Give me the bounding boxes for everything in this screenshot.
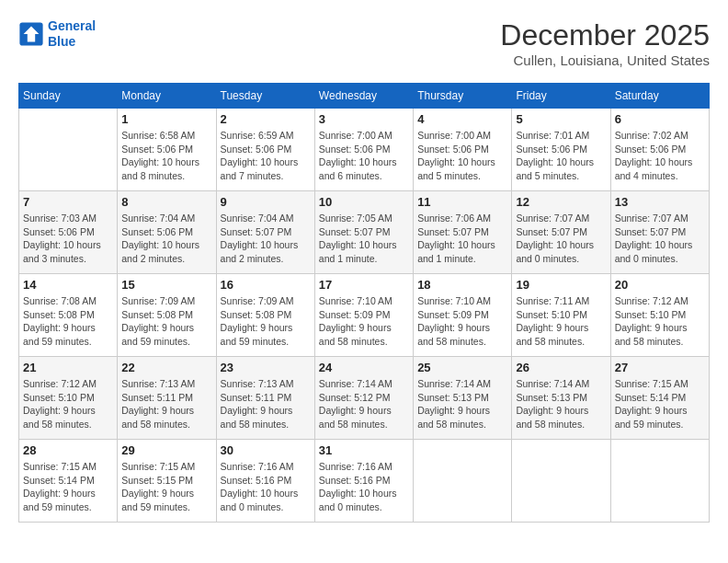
month-title: December 2025 [500, 18, 710, 52]
day-number: 5 [516, 112, 606, 126]
day-info: Sunrise: 7:08 AM Sunset: 5:08 PM Dayligh… [23, 294, 113, 349]
logo: General Blue [18, 18, 96, 50]
logo-text: General Blue [48, 18, 96, 50]
calendar-day-cell: 13Sunrise: 7:07 AM Sunset: 5:07 PM Dayli… [610, 191, 709, 274]
calendar-day-cell: 21Sunrise: 7:12 AM Sunset: 5:10 PM Dayli… [19, 357, 118, 440]
calendar-day-cell: 18Sunrise: 7:10 AM Sunset: 5:09 PM Dayli… [414, 274, 512, 357]
day-number: 23 [221, 361, 311, 374]
day-info: Sunrise: 7:03 AM Sunset: 5:06 PM Dayligh… [23, 212, 113, 266]
day-number: 9 [221, 195, 311, 209]
day-number: 12 [516, 195, 606, 209]
calendar-day-cell: 5Sunrise: 7:01 AM Sunset: 5:06 PM Daylig… [512, 109, 610, 191]
day-info: Sunrise: 7:04 AM Sunset: 5:07 PM Dayligh… [221, 212, 311, 266]
day-info: Sunrise: 7:12 AM Sunset: 5:10 PM Dayligh… [23, 377, 113, 431]
calendar-day-cell: 11Sunrise: 7:06 AM Sunset: 5:07 PM Dayli… [414, 191, 512, 274]
calendar-day-cell: 3Sunrise: 7:00 AM Sunset: 5:06 PM Daylig… [314, 109, 413, 191]
day-number: 3 [319, 112, 409, 126]
calendar-day-cell: 24Sunrise: 7:14 AM Sunset: 5:12 PM Dayli… [314, 357, 413, 440]
day-info: Sunrise: 7:00 AM Sunset: 5:06 PM Dayligh… [319, 129, 409, 183]
day-number: 11 [417, 195, 507, 209]
calendar-day-cell [610, 440, 709, 523]
day-number: 15 [121, 278, 211, 292]
day-info: Sunrise: 7:04 AM Sunset: 5:06 PM Dayligh… [121, 212, 211, 266]
day-of-week-header: Thursday [414, 84, 512, 109]
day-number: 13 [615, 195, 705, 209]
day-info: Sunrise: 7:16 AM Sunset: 5:16 PM Dayligh… [319, 460, 409, 514]
calendar-day-cell: 30Sunrise: 7:16 AM Sunset: 5:16 PM Dayli… [216, 440, 314, 523]
calendar-day-cell: 29Sunrise: 7:15 AM Sunset: 5:15 PM Dayli… [118, 440, 216, 523]
calendar-day-cell: 20Sunrise: 7:12 AM Sunset: 5:10 PM Dayli… [610, 274, 709, 357]
logo-icon [18, 21, 44, 47]
calendar-day-cell: 6Sunrise: 7:02 AM Sunset: 5:06 PM Daylig… [610, 109, 709, 191]
day-number: 20 [615, 278, 705, 292]
day-info: Sunrise: 7:12 AM Sunset: 5:10 PM Dayligh… [615, 294, 705, 349]
day-number: 27 [615, 361, 705, 374]
day-info: Sunrise: 7:15 AM Sunset: 5:15 PM Dayligh… [121, 460, 211, 514]
calendar-day-cell [414, 440, 512, 523]
calendar-day-cell: 28Sunrise: 7:15 AM Sunset: 5:14 PM Dayli… [19, 440, 118, 523]
day-info: Sunrise: 6:59 AM Sunset: 5:06 PM Dayligh… [221, 129, 311, 183]
calendar-day-cell: 1Sunrise: 6:58 AM Sunset: 5:06 PM Daylig… [118, 109, 216, 191]
calendar-day-cell: 15Sunrise: 7:09 AM Sunset: 5:08 PM Dayli… [118, 274, 216, 357]
day-number: 28 [23, 443, 113, 457]
day-info: Sunrise: 7:01 AM Sunset: 5:06 PM Dayligh… [516, 129, 606, 183]
calendar-day-cell: 19Sunrise: 7:11 AM Sunset: 5:10 PM Dayli… [512, 274, 610, 357]
day-number: 14 [23, 278, 113, 292]
day-info: Sunrise: 7:10 AM Sunset: 5:09 PM Dayligh… [417, 294, 507, 349]
calendar-day-cell: 7Sunrise: 7:03 AM Sunset: 5:06 PM Daylig… [19, 191, 118, 274]
day-of-week-header: Monday [118, 84, 216, 109]
day-of-week-header: Saturday [610, 84, 709, 109]
day-number: 7 [23, 195, 113, 209]
title-section: December 2025 Cullen, Louisiana, United … [500, 18, 710, 68]
day-info: Sunrise: 7:10 AM Sunset: 5:09 PM Dayligh… [319, 294, 409, 349]
calendar-day-cell [512, 440, 610, 523]
location-title: Cullen, Louisiana, United States [500, 52, 710, 68]
calendar-day-cell: 26Sunrise: 7:14 AM Sunset: 5:13 PM Dayli… [512, 357, 610, 440]
calendar-week-row: 28Sunrise: 7:15 AM Sunset: 5:14 PM Dayli… [19, 440, 710, 523]
calendar-day-cell: 4Sunrise: 7:00 AM Sunset: 5:06 PM Daylig… [414, 109, 512, 191]
day-info: Sunrise: 7:00 AM Sunset: 5:06 PM Dayligh… [417, 129, 507, 183]
day-info: Sunrise: 7:09 AM Sunset: 5:08 PM Dayligh… [121, 294, 211, 349]
day-info: Sunrise: 7:14 AM Sunset: 5:13 PM Dayligh… [417, 377, 507, 431]
day-number: 17 [319, 278, 409, 292]
calendar-week-row: 1Sunrise: 6:58 AM Sunset: 5:06 PM Daylig… [19, 109, 710, 191]
calendar-day-cell: 27Sunrise: 7:15 AM Sunset: 5:14 PM Dayli… [610, 357, 709, 440]
day-info: Sunrise: 7:14 AM Sunset: 5:13 PM Dayligh… [516, 377, 606, 431]
day-of-week-header: Tuesday [216, 84, 314, 109]
calendar-day-cell: 14Sunrise: 7:08 AM Sunset: 5:08 PM Dayli… [19, 274, 118, 357]
day-number: 1 [121, 112, 211, 126]
day-number: 4 [417, 112, 507, 126]
day-info: Sunrise: 7:15 AM Sunset: 5:14 PM Dayligh… [23, 460, 113, 514]
day-info: Sunrise: 7:11 AM Sunset: 5:10 PM Dayligh… [516, 294, 606, 349]
day-number: 21 [23, 361, 113, 374]
day-info: Sunrise: 7:07 AM Sunset: 5:07 PM Dayligh… [516, 212, 606, 266]
calendar-day-cell: 17Sunrise: 7:10 AM Sunset: 5:09 PM Dayli… [314, 274, 413, 357]
day-number: 26 [516, 361, 606, 374]
day-info: Sunrise: 7:02 AM Sunset: 5:06 PM Dayligh… [615, 129, 705, 183]
calendar-day-cell: 31Sunrise: 7:16 AM Sunset: 5:16 PM Dayli… [314, 440, 413, 523]
calendar-day-cell: 22Sunrise: 7:13 AM Sunset: 5:11 PM Dayli… [118, 357, 216, 440]
day-info: Sunrise: 7:16 AM Sunset: 5:16 PM Dayligh… [221, 460, 311, 514]
calendar-week-row: 7Sunrise: 7:03 AM Sunset: 5:06 PM Daylig… [19, 191, 710, 274]
day-info: Sunrise: 7:07 AM Sunset: 5:07 PM Dayligh… [615, 212, 705, 266]
day-number: 24 [319, 361, 409, 374]
day-number: 16 [221, 278, 311, 292]
day-info: Sunrise: 6:58 AM Sunset: 5:06 PM Dayligh… [121, 129, 211, 183]
calendar-day-cell: 9Sunrise: 7:04 AM Sunset: 5:07 PM Daylig… [216, 191, 314, 274]
calendar-day-cell [19, 109, 118, 191]
day-number: 10 [319, 195, 409, 209]
day-info: Sunrise: 7:15 AM Sunset: 5:14 PM Dayligh… [615, 377, 705, 431]
day-info: Sunrise: 7:14 AM Sunset: 5:12 PM Dayligh… [319, 377, 409, 431]
calendar-day-cell: 12Sunrise: 7:07 AM Sunset: 5:07 PM Dayli… [512, 191, 610, 274]
day-info: Sunrise: 7:06 AM Sunset: 5:07 PM Dayligh… [417, 212, 507, 266]
day-number: 18 [417, 278, 507, 292]
calendar-day-cell: 25Sunrise: 7:14 AM Sunset: 5:13 PM Dayli… [414, 357, 512, 440]
day-info: Sunrise: 7:13 AM Sunset: 5:11 PM Dayligh… [221, 377, 311, 431]
day-number: 8 [121, 195, 211, 209]
calendar-day-cell: 10Sunrise: 7:05 AM Sunset: 5:07 PM Dayli… [314, 191, 413, 274]
calendar-day-cell: 2Sunrise: 6:59 AM Sunset: 5:06 PM Daylig… [216, 109, 314, 191]
calendar-day-cell: 23Sunrise: 7:13 AM Sunset: 5:11 PM Dayli… [216, 357, 314, 440]
day-number: 25 [417, 361, 507, 374]
day-number: 6 [615, 112, 705, 126]
day-number: 2 [221, 112, 311, 126]
